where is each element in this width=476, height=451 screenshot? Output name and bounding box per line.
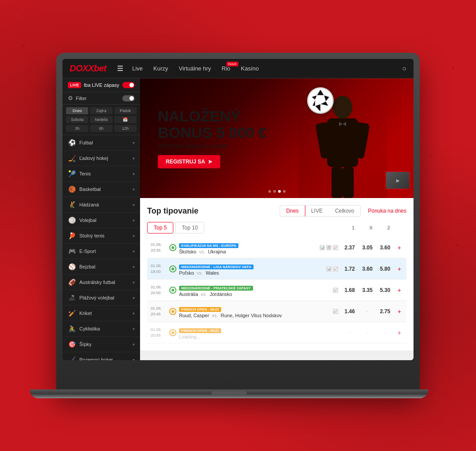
odd-x-match-3[interactable]: 3.35 bbox=[359, 287, 376, 293]
sport-futbal[interactable]: ⚽ Futbal ▾ bbox=[62, 135, 140, 151]
sport-australsky-futbal[interactable]: 🏈 Austrálsky futbal ▾ bbox=[62, 275, 140, 290]
sport-ladovy-hokej[interactable]: 🏒 Ľadový hokej ▾ bbox=[62, 151, 140, 166]
more-button-5[interactable]: + bbox=[396, 329, 403, 336]
time-6h[interactable]: 6h bbox=[90, 125, 112, 132]
sport-cyklistika[interactable]: 🚴 Cyklistika ▾ bbox=[62, 321, 140, 337]
day-sobota[interactable]: Sobota bbox=[66, 116, 88, 123]
nav-items: Live Kurzy Virtuálne hry Rio Nové Kasíno bbox=[132, 65, 402, 72]
nav-rio[interactable]: Rio Nové bbox=[222, 65, 230, 72]
odd-x-match-1[interactable]: 3.05 bbox=[359, 245, 376, 251]
stat-icon: 📊 bbox=[326, 266, 332, 272]
more-button-1[interactable]: + bbox=[396, 244, 403, 251]
banner-dot-2[interactable] bbox=[273, 190, 276, 193]
nav-kasino[interactable]: Kasíno bbox=[241, 65, 259, 72]
more-button-2[interactable]: + bbox=[396, 265, 403, 272]
nav-kurzy[interactable]: Kurzy bbox=[153, 65, 168, 72]
odd-2-match-2[interactable]: 5.80 bbox=[376, 266, 394, 272]
odd-x-match-5: - bbox=[359, 330, 376, 336]
more-button-4[interactable]: + bbox=[396, 308, 403, 315]
bejzbal-arrow: ▾ bbox=[133, 264, 135, 269]
sport-bejzbal[interactable]: ⚾ Bejzbal ▾ bbox=[62, 259, 140, 275]
odd-1-match-1[interactable]: 2.37 bbox=[341, 245, 359, 251]
more-button-3[interactable]: + bbox=[396, 287, 403, 294]
time-12h[interactable]: 12h bbox=[114, 125, 137, 132]
match-live-indicator-2 bbox=[168, 264, 177, 273]
tenis-arrow: ▾ bbox=[133, 171, 135, 176]
banner-dot-4[interactable] bbox=[283, 190, 285, 193]
plaz-volejbal-arrow: ▾ bbox=[133, 295, 135, 300]
laptop-screen: DOXXbet ☰ Live Kurzy Virtuálne hry Rio N… bbox=[62, 59, 414, 360]
live-toggle-label: Iba LIVE zápasy bbox=[84, 82, 119, 88]
banner-cta-button[interactable]: REGISTRUJ SA ➤ bbox=[158, 155, 220, 168]
day-calendar[interactable]: 📅 bbox=[114, 116, 137, 123]
filter-row: ⚙ Filter bbox=[62, 92, 140, 105]
sport-basketbal[interactable]: 🏀 Basketbal ▾ bbox=[62, 182, 140, 197]
sipky-arrow: ▾ bbox=[133, 342, 135, 347]
sub-tab-top5[interactable]: Top 5 bbox=[147, 222, 173, 233]
match-category-5: FRENCH OPEN - MUŽI bbox=[179, 328, 221, 333]
day-dnes[interactable]: Dnes bbox=[66, 107, 88, 114]
odd-1-match-3[interactable]: 1.68 bbox=[341, 287, 359, 293]
banner-dot-1[interactable] bbox=[268, 190, 271, 193]
odds-col-2: 2 bbox=[380, 225, 398, 230]
hokej-label: Ľadový hokej bbox=[79, 156, 108, 161]
odd-x-match-2[interactable]: 3.60 bbox=[359, 266, 376, 272]
match-icons-4: 📈 bbox=[333, 309, 338, 314]
hadzana-icon: 🤾 bbox=[68, 201, 76, 209]
match-info-1: KVALIFIKÁCIA NA MS - EURÓPA Škótsko vs. … bbox=[179, 241, 317, 254]
sport-plazovy-volejbal[interactable]: 🏖 Plážový volejbal ▾ bbox=[62, 290, 140, 306]
match-icons-3: 📈 bbox=[333, 288, 338, 293]
basketbal-label: Basketbal bbox=[79, 187, 101, 192]
odd-2-match-1[interactable]: 3.60 bbox=[376, 245, 394, 251]
day-row-2: Sobota Nedeľa 📅 bbox=[66, 116, 137, 123]
day-piatok[interactable]: Piatok bbox=[114, 107, 137, 114]
site-logo[interactable]: DOXXbet bbox=[70, 63, 106, 74]
day-nedela[interactable]: Nedeľa bbox=[90, 116, 112, 123]
sport-hadzana[interactable]: 🤾 Hádzaná ▾ bbox=[62, 197, 140, 213]
odd-2-match-3[interactable]: 5.30 bbox=[376, 287, 394, 293]
odd-1-match-2[interactable]: 1.72 bbox=[341, 266, 359, 272]
futbal-label: Futbal bbox=[79, 140, 93, 145]
sub-tab-top10[interactable]: Top 10 bbox=[175, 222, 204, 233]
day-zajtra[interactable]: Zajtra bbox=[90, 107, 112, 114]
tab-live[interactable]: LIVE bbox=[305, 206, 329, 216]
menu-icon[interactable]: ☰ bbox=[117, 64, 123, 73]
sport-esport[interactable]: 🎮 E-Sport ▾ bbox=[62, 244, 140, 259]
tab-celkovo[interactable]: Celkovo bbox=[329, 206, 360, 216]
banner-thumbnail[interactable]: ▶ bbox=[386, 171, 410, 189]
sport-pozemny-hokej[interactable]: 🏑 Pozemný hokej ▾ bbox=[62, 352, 140, 360]
volejbal-label: Volejbal bbox=[79, 218, 97, 223]
search-icon[interactable]: ○ bbox=[402, 65, 406, 73]
match-date-2: 01.06. 18:00 bbox=[151, 263, 167, 274]
nav-virtualne[interactable]: Virtuálne hry bbox=[179, 65, 211, 72]
sport-stolny-tenis[interactable]: 🏓 Stolný tenis ▾ bbox=[62, 228, 140, 244]
time-3h[interactable]: 3h bbox=[66, 125, 88, 132]
ponuka-button[interactable]: Ponuka na dnes bbox=[368, 208, 406, 214]
odds-col-x: X bbox=[362, 225, 380, 230]
hokej-icon: 🏒 bbox=[68, 154, 76, 162]
sport-tenis[interactable]: 🎾 Tenis ▾ bbox=[62, 166, 140, 182]
live-toggle-switch[interactable] bbox=[122, 82, 135, 88]
basketbal-icon: 🏀 bbox=[68, 185, 76, 193]
banner-dot-3[interactable] bbox=[278, 190, 281, 193]
odds-col-1: 1 bbox=[344, 225, 362, 230]
sport-sipky[interactable]: 🎯 Šípky ▾ bbox=[62, 337, 140, 352]
kriket-label: Kriket bbox=[79, 311, 92, 316]
match-category-4: FRENCH OPEN - MUŽI bbox=[179, 307, 221, 312]
esport-icon: 🎮 bbox=[68, 247, 76, 255]
filter-toggle[interactable] bbox=[122, 95, 135, 101]
odd-1-match-4[interactable]: 1.46 bbox=[341, 308, 359, 315]
table-row: 01.06. 20:45 FRENCH OPEN - MUŽI bbox=[147, 301, 406, 322]
aus-futbal-icon: 🏈 bbox=[68, 278, 76, 286]
tab-dnes[interactable]: Dnes bbox=[280, 205, 305, 217]
live-toggle-row: LIVE Iba LIVE zápasy bbox=[62, 78, 140, 92]
sport-volejbal[interactable]: 🏐 Volejbal ▾ bbox=[62, 213, 140, 228]
odd-1-match-5: - bbox=[341, 330, 359, 336]
sport-kriket[interactable]: 🏏 Kriket ▾ bbox=[62, 306, 140, 321]
odd-x-match-4: - bbox=[359, 308, 376, 315]
kriket-icon: 🏏 bbox=[68, 309, 76, 317]
odd-2-match-4[interactable]: 2.75 bbox=[376, 308, 394, 315]
nav-live[interactable]: Live bbox=[132, 65, 143, 72]
match-icons-2: 📊 📈 bbox=[326, 266, 338, 272]
stat-icon: 📊 bbox=[320, 245, 325, 250]
